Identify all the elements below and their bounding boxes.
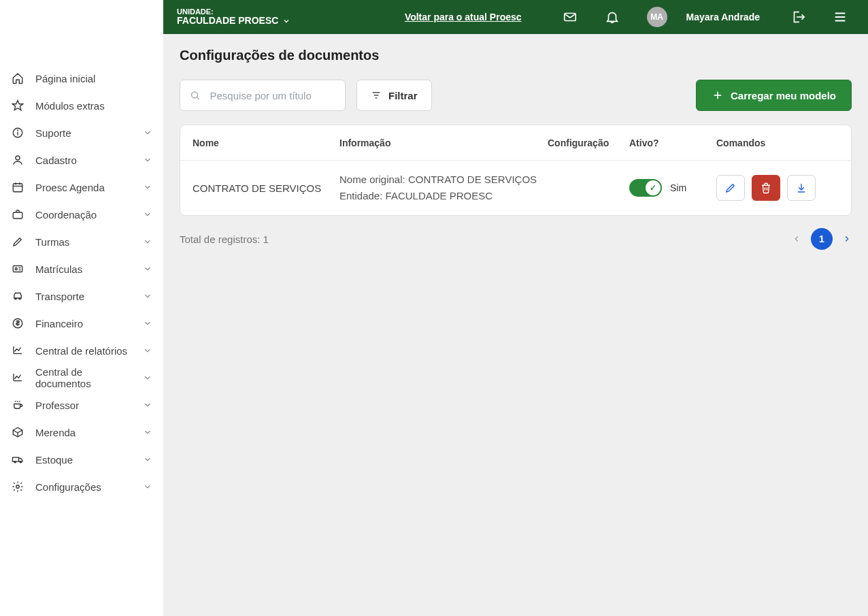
sidebar-item-home[interactable]: Página inicial [0, 65, 163, 92]
sidebar-item-label: Proesc Agenda [35, 182, 132, 193]
sidebar-item-finance[interactable]: Financeiro [0, 310, 163, 337]
unit-selector[interactable]: UNIDADE: FACULDADE PROESC [177, 7, 290, 26]
sidebar: Página inicial Módulos extras Suporte Ca… [0, 0, 163, 616]
search-icon [190, 89, 201, 101]
info-line: Nome original: CONTRATO DE SERVIÇOS [339, 172, 548, 188]
svg-point-4 [16, 156, 20, 160]
sidebar-item-enrollments[interactable]: Matrículas [0, 255, 163, 282]
svg-rect-10 [13, 266, 22, 272]
th-config: Configuração [548, 137, 629, 148]
sidebar-item-documents[interactable]: Central de documentos [0, 364, 163, 391]
id-card-icon [11, 262, 24, 276]
cell-info: Nome original: CONTRATO DE SERVIÇOS Enti… [339, 172, 548, 204]
svg-point-19 [20, 461, 21, 463]
main-area: UNIDADE: FACULDADE PROESC Voltar para o … [163, 0, 868, 616]
sidebar-item-stock[interactable]: Estoque [0, 446, 163, 473]
svg-rect-17 [13, 457, 19, 461]
sidebar-item-label: Professor [35, 400, 132, 411]
chevron-down-icon [143, 482, 152, 491]
total-records: Total de registros: 1 [180, 233, 269, 245]
filter-label: Filtrar [388, 90, 418, 101]
sidebar-item-label: Módulos extras [35, 100, 152, 112]
edit-button[interactable] [716, 175, 745, 201]
sidebar-item-classes[interactable]: Turmas [0, 228, 163, 255]
chevron-down-icon [143, 264, 152, 274]
sidebar-item-label: Turmas [35, 236, 132, 248]
sidebar-item-label: Financeiro [35, 318, 132, 329]
sidebar-item-label: Coordenação [35, 209, 132, 221]
bell-icon[interactable] [605, 10, 620, 25]
svg-rect-5 [13, 184, 22, 192]
avatar[interactable]: MA [647, 7, 667, 27]
sidebar-item-label: Merenda [35, 427, 132, 438]
user-name: Mayara Andrade [686, 12, 760, 22]
sidebar-item-label: Suporte [35, 127, 132, 139]
sidebar-item-transport[interactable]: Transporte [0, 282, 163, 310]
chevron-down-icon [143, 128, 152, 137]
dollar-icon [11, 317, 24, 330]
chevron-down-icon [143, 291, 152, 301]
filter-button[interactable]: Filtrar [356, 80, 432, 111]
svg-line-26 [197, 97, 199, 99]
sidebar-item-support[interactable]: Suporte [0, 119, 163, 146]
chevron-down-icon [143, 155, 152, 165]
mail-icon[interactable] [563, 10, 578, 25]
table: Nome Informação Configuração Ativo? Coma… [180, 125, 852, 216]
delete-button[interactable] [752, 175, 780, 201]
sidebar-item-register[interactable]: Cadastro [0, 146, 163, 174]
cell-name: CONTRATO DE SERVIÇOS [193, 182, 339, 194]
sidebar-item-coordination[interactable]: Coordenação [0, 201, 163, 228]
cell-commands [716, 175, 839, 201]
table-footer: Total de registros: 1 1 [180, 228, 852, 250]
sidebar-item-label: Página inicial [35, 73, 152, 84]
chevron-down-icon [143, 455, 152, 464]
sidebar-item-agenda[interactable]: Proesc Agenda [0, 174, 163, 201]
svg-point-18 [14, 461, 16, 463]
menu-icon[interactable] [833, 10, 848, 25]
gear-icon [11, 480, 24, 493]
chart-icon [11, 371, 24, 385]
toolbar: Filtrar Carregar meu modelo [180, 80, 852, 111]
sidebar-item-settings[interactable]: Configurações [0, 473, 163, 500]
chevron-down-icon [143, 182, 152, 192]
chevron-down-icon [143, 319, 152, 328]
sidebar-item-label: Cadastro [35, 155, 132, 166]
svg-point-3 [18, 130, 18, 131]
sidebar-item-modules[interactable]: Módulos extras [0, 92, 163, 119]
page-title: Configurações de documentos [180, 48, 852, 63]
search-input[interactable] [210, 90, 335, 101]
truck-icon [11, 453, 24, 466]
table-row: CONTRATO DE SERVIÇOS Nome original: CONT… [180, 161, 851, 215]
filter-icon [371, 90, 382, 101]
pencil-icon [11, 235, 24, 248]
unit-name: FACULDADE PROESC [177, 16, 278, 26]
sidebar-item-reports[interactable]: Central de relatórios [0, 337, 163, 364]
download-button[interactable] [787, 175, 816, 201]
th-info: Informação [339, 137, 548, 148]
chevron-down-icon [143, 400, 152, 410]
star-icon [11, 99, 24, 112]
plus-icon [712, 89, 724, 101]
info-line: Entidade: FACULDADE PROESC [339, 188, 548, 204]
page-prev [792, 234, 801, 244]
svg-point-14 [15, 298, 16, 299]
search-box[interactable] [180, 80, 346, 111]
sidebar-item-label: Transporte [35, 291, 132, 302]
page-next[interactable] [842, 234, 852, 244]
upload-model-button[interactable]: Carregar meu modelo [696, 80, 852, 111]
chart-icon [11, 344, 24, 357]
sidebar-item-teacher[interactable]: Professor [0, 391, 163, 419]
logout-icon[interactable] [790, 10, 805, 25]
svg-point-20 [16, 485, 20, 489]
svg-rect-9 [13, 212, 22, 218]
svg-point-11 [15, 268, 17, 270]
active-toggle[interactable] [629, 179, 662, 197]
th-nome: Nome [193, 137, 339, 148]
page-number[interactable]: 1 [811, 228, 833, 250]
sidebar-item-label: Configurações [35, 481, 132, 493]
pagination: 1 [792, 228, 852, 250]
coffee-icon [11, 398, 24, 412]
back-link[interactable]: Voltar para o atual Proesc [405, 12, 522, 22]
briefcase-icon [11, 208, 24, 221]
sidebar-item-meal[interactable]: Merenda [0, 419, 163, 446]
